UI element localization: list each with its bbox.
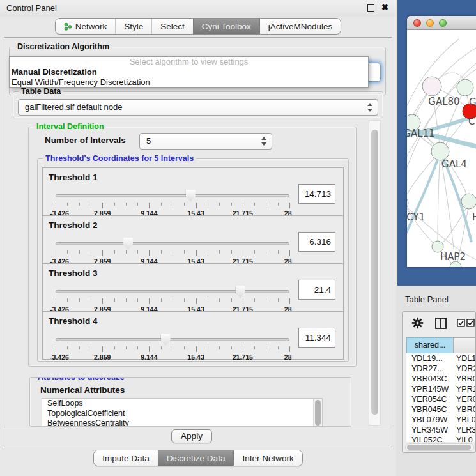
column-header-name[interactable]: na xyxy=(453,337,476,353)
threshold-value-box[interactable]: 6.316 xyxy=(298,232,335,252)
tab-jactivemnodules[interactable]: jActiveMNodules xyxy=(259,19,341,34)
numerical-attributes-list[interactable]: SelfLoopsTopologicalCoefficientBetweenne… xyxy=(42,398,323,427)
tab-infer-network[interactable]: Infer Network xyxy=(233,450,302,466)
close-icon[interactable]: ✖ xyxy=(381,3,388,12)
tab-discretize-data[interactable]: Discretize Data xyxy=(158,450,234,466)
table-cell[interactable]: YBR043C xyxy=(406,374,454,384)
node-gal80 xyxy=(422,77,441,96)
table-row[interactable]: YBR045C YBR0 xyxy=(406,404,476,415)
zoom-traffic-light-icon[interactable] xyxy=(439,19,447,27)
threshold-slider[interactable]: -3.426 2.859 9.144 15.43 21.715 28 xyxy=(56,286,289,311)
slider-major-tick xyxy=(149,250,150,256)
attribute-list-item[interactable]: TopologicalCoefficient xyxy=(42,409,322,419)
slider-major-tick xyxy=(243,346,243,352)
tab-impute-data[interactable]: Impute Data xyxy=(94,450,158,466)
list-scrollbar[interactable] xyxy=(313,399,322,427)
combo-stepper-icon xyxy=(367,103,373,112)
scrollbar-thumb[interactable] xyxy=(315,400,321,426)
threshold-value-box[interactable]: 11.344 xyxy=(298,328,335,348)
slider-major-tick xyxy=(56,250,56,256)
threshold-slider[interactable]: -3.426 2.859 9.144 15.43 21.715 28 xyxy=(56,334,289,359)
slider-track[interactable] xyxy=(56,194,289,197)
table-cell[interactable]: YBL0 xyxy=(454,415,476,425)
threshold-value-box[interactable]: 14.713 xyxy=(298,184,335,204)
checkbox-icon[interactable] xyxy=(466,319,475,327)
slider-major-tick xyxy=(56,298,56,304)
tick-label: 15.43 xyxy=(187,353,204,361)
table-cell[interactable]: YDL1 xyxy=(454,353,476,364)
table-cell[interactable]: YIL0 xyxy=(454,435,476,442)
algorithm-dropdown-popup: Select algorithm to view settings Manual… xyxy=(9,56,369,88)
table-cell[interactable]: YBL079W xyxy=(406,415,454,425)
tick-label: 21.715 xyxy=(233,353,253,361)
slider-major-tick xyxy=(196,298,197,304)
close-traffic-light-icon[interactable] xyxy=(413,19,421,27)
tab-style[interactable]: Style xyxy=(115,19,151,34)
table-cell[interactable]: YPR145W xyxy=(406,384,454,394)
slider-major-tick xyxy=(243,298,243,304)
scrollbar-thumb[interactable] xyxy=(371,130,378,415)
table-panel: shared... na YDL19... YDL1 YDR27... YDR2… xyxy=(402,311,476,453)
tab-label: Network xyxy=(75,22,107,31)
slider-handle[interactable] xyxy=(161,334,171,346)
table-panel-title: Table Panel xyxy=(405,295,449,304)
table-cell[interactable]: YBR045C xyxy=(406,404,454,415)
table-row[interactable]: YIL052C YIL0 xyxy=(406,435,476,442)
table-cell[interactable]: YLR345W xyxy=(406,425,454,435)
scrollbar-thumb[interactable] xyxy=(407,445,471,450)
tab-cyni-toolbox[interactable]: Cyni Toolbox xyxy=(193,19,259,34)
threshold-value-box[interactable]: 21.4 xyxy=(298,280,335,300)
top-tabbar: Network Style Select Cyni Toolbox jActiv… xyxy=(0,18,396,37)
slider-minor-ticks xyxy=(56,250,289,254)
table-cell[interactable]: YER0 xyxy=(454,394,476,404)
column-header-shared-name[interactable]: shared... xyxy=(406,337,454,353)
settings-vertical-scrollbar[interactable] xyxy=(369,120,381,426)
checkbox-icon[interactable] xyxy=(457,319,465,327)
table-cell[interactable]: YDR2 xyxy=(454,364,476,374)
dropdown-option-manual[interactable]: Manual Discretization xyxy=(10,67,368,77)
dropdown-option-equal-width[interactable]: Equal Width/Frequency Discretization xyxy=(10,77,368,88)
apply-button[interactable]: Apply xyxy=(171,429,212,443)
threshold-slider[interactable]: -3.426 2.859 9.144 15.43 21.715 28 xyxy=(56,238,289,263)
slider-track[interactable] xyxy=(56,290,289,293)
table-data-combobox[interactable]: galFiltered.sif default node xyxy=(18,99,378,116)
threshold-slider[interactable]: -3.426 2.859 9.144 15.43 21.715 28 xyxy=(56,190,289,215)
table-row[interactable]: YDR27... YDR2 xyxy=(406,364,476,374)
attribute-list-item[interactable]: BetweennessCentrality xyxy=(42,418,322,427)
slider-minor-ticks xyxy=(56,203,289,206)
node-ga xyxy=(457,79,473,96)
network-canvas[interactable]: GAL80 GA C GAL11 GAL4 GCY1 H HAP2 xyxy=(407,30,476,267)
slider-handle[interactable] xyxy=(186,190,196,202)
table-cell[interactable]: YLR3 xyxy=(454,425,476,435)
table-row[interactable]: YBR043C YBR0 xyxy=(406,374,476,384)
number-of-intervals-combobox[interactable]: 5 xyxy=(139,133,272,150)
slider-track[interactable] xyxy=(56,242,289,245)
table-row[interactable]: YDL19... YDL1 xyxy=(406,353,476,364)
table-cell[interactable]: YER054C xyxy=(406,394,454,404)
table-cell[interactable]: YBR0 xyxy=(454,404,476,415)
table-row[interactable]: YLR345W YLR3 xyxy=(406,425,476,435)
table-cell[interactable]: YBR0 xyxy=(454,374,476,384)
slider-handle[interactable] xyxy=(236,286,245,298)
group-title: Threshold's Coordinates for 5 Intervals xyxy=(43,154,196,163)
table-cell[interactable]: YIL052C xyxy=(406,435,454,442)
table-cell[interactable]: YPR1 xyxy=(454,384,476,394)
table-horizontal-scrollbar[interactable] xyxy=(405,443,474,451)
tick-label: -3.426 xyxy=(50,353,69,361)
table-cell[interactable]: YDL19... xyxy=(406,353,454,364)
slider-major-tick xyxy=(102,346,103,352)
float-window-icon[interactable] xyxy=(367,4,374,12)
table-row[interactable]: YBL079W YBL0 xyxy=(406,415,476,425)
tab-select[interactable]: Select xyxy=(151,19,193,34)
split-columns-icon[interactable] xyxy=(434,317,447,330)
minimize-traffic-light-icon[interactable] xyxy=(426,19,434,27)
dropdown-placeholder-option[interactable]: Select algorithm to view settings xyxy=(10,57,368,67)
attribute-list-item[interactable]: SelfLoops xyxy=(42,399,322,409)
table-cell[interactable]: YDR27... xyxy=(406,364,454,374)
slider-track[interactable] xyxy=(56,338,289,341)
table-row[interactable]: YPR145W YPR1 xyxy=(406,384,476,394)
slider-handle[interactable] xyxy=(123,238,133,250)
gear-icon[interactable] xyxy=(411,317,424,329)
table-row[interactable]: YER054C YER0 xyxy=(406,394,476,404)
tab-network[interactable]: Network xyxy=(56,19,116,34)
